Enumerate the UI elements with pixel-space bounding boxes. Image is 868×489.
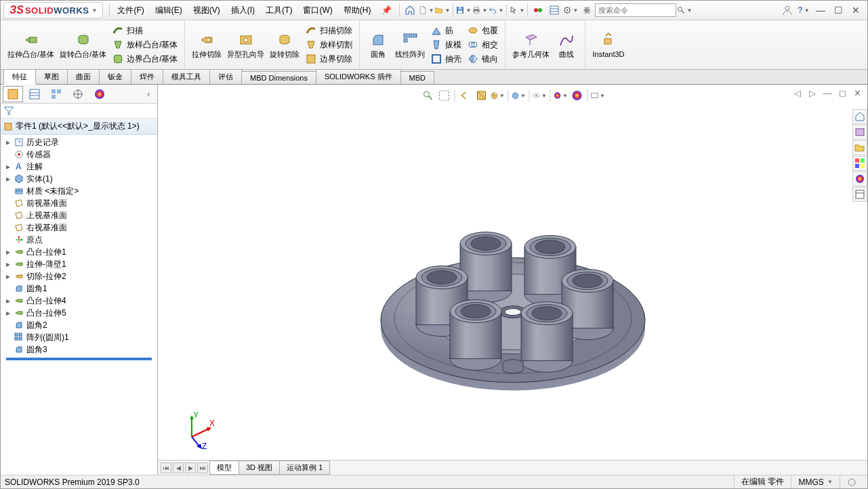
tp-appearances-button[interactable] bbox=[852, 171, 867, 186]
btab-next[interactable]: ▶ bbox=[185, 463, 196, 473]
tp-resources-button[interactable] bbox=[852, 109, 867, 124]
tp-view-palette-button[interactable] bbox=[852, 156, 867, 171]
tree-item[interactable]: 前视基准面 bbox=[1, 197, 157, 209]
menu-file[interactable]: 文件(F) bbox=[112, 3, 149, 18]
linear-pattern-button[interactable]: 线性阵列 bbox=[392, 22, 428, 68]
doc-close-button[interactable]: ✕ bbox=[851, 87, 863, 98]
menu-view[interactable]: 视图(V) bbox=[188, 3, 226, 18]
expand-icon[interactable]: ▸ bbox=[5, 247, 12, 257]
property-manager-tab[interactable] bbox=[24, 86, 45, 102]
rib-button[interactable]: 筋 bbox=[428, 24, 464, 38]
btab-motion-study[interactable]: 运动算例 1 bbox=[279, 461, 330, 475]
close-button[interactable]: ✕ bbox=[847, 5, 865, 16]
search-button[interactable]: ▼ bbox=[677, 3, 692, 18]
tree-item[interactable]: 材质 <未指定> bbox=[1, 185, 157, 197]
panel-expand-button[interactable]: › bbox=[142, 86, 155, 102]
extrude-boss-button[interactable]: 拉伸凸台/基体 bbox=[5, 22, 57, 68]
menu-help[interactable]: 帮助(H) bbox=[338, 3, 377, 18]
options-button[interactable]: ▼ bbox=[563, 3, 578, 18]
scene-button[interactable] bbox=[569, 88, 584, 103]
cut-extrude-button[interactable]: 拉伸切除 bbox=[189, 22, 224, 68]
tree-item[interactable]: 传感器 bbox=[1, 148, 157, 161]
tree-item[interactable]: ▸历史记录 bbox=[1, 136, 157, 148]
select-button[interactable]: ▼ bbox=[510, 3, 524, 18]
expand-icon[interactable]: ▸ bbox=[5, 162, 12, 171]
graphics-viewport[interactable]: ▼ ▼ ▼ ▼ ▼ ◁ ▷ — ◻ ✕ bbox=[158, 85, 867, 475]
hide-show-button[interactable]: ▼ bbox=[532, 88, 547, 103]
menu-window[interactable]: 窗口(W) bbox=[297, 3, 337, 18]
view-orientation-button[interactable]: ▼ bbox=[490, 88, 505, 103]
btab-model[interactable]: 模型 bbox=[209, 461, 239, 475]
menu-edit[interactable]: 编辑(E) bbox=[150, 3, 188, 18]
expand-icon[interactable]: ▸ bbox=[5, 137, 12, 147]
wrap-button[interactable]: 包覆 bbox=[464, 24, 501, 38]
chevron-down-icon[interactable]: ▼ bbox=[92, 7, 98, 14]
tab-mbd-dimensions[interactable]: MBD Dimensions bbox=[241, 71, 316, 84]
revolve-boss-button[interactable]: 旋转凸台/基体 bbox=[57, 22, 109, 68]
home-button[interactable] bbox=[402, 3, 417, 18]
dimxpert-tab[interactable] bbox=[68, 86, 88, 102]
view-settings-button[interactable]: ▼ bbox=[590, 88, 605, 103]
undo-button[interactable]: ▼ bbox=[489, 3, 503, 18]
tab-surface[interactable]: 曲面 bbox=[67, 69, 100, 84]
tree-item[interactable]: 圆角3 bbox=[1, 343, 157, 356]
tree-item[interactable]: ▸凸台-拉伸1 bbox=[1, 246, 157, 258]
btab-prev[interactable]: ◀ bbox=[173, 463, 184, 473]
expand-icon[interactable]: ▸ bbox=[5, 296, 12, 305]
status-custom-button[interactable] bbox=[840, 475, 863, 488]
expand-icon[interactable]: ▸ bbox=[5, 308, 12, 318]
intersect-button[interactable]: 相交 bbox=[464, 38, 501, 52]
draft-button[interactable]: 拔模 bbox=[428, 38, 464, 52]
expand-icon[interactable]: ▸ bbox=[5, 259, 12, 269]
cut-loft-button[interactable]: 放样切割 bbox=[302, 38, 355, 52]
appearance-button[interactable]: ▼ bbox=[553, 88, 568, 103]
tab-mold[interactable]: 模具工具 bbox=[163, 69, 210, 84]
feature-tree-tab[interactable] bbox=[3, 86, 23, 102]
cut-sweep-button[interactable]: 扫描切除 bbox=[302, 24, 355, 38]
view-triad[interactable]: Y X Z bbox=[178, 410, 219, 450]
tab-feature[interactable]: 特征 bbox=[3, 69, 36, 85]
zoom-fit-button[interactable] bbox=[420, 88, 435, 103]
properties-button[interactable] bbox=[547, 3, 562, 18]
btab-last[interactable]: ⏭ bbox=[197, 463, 208, 473]
btab-3dview[interactable]: 3D 视图 bbox=[239, 461, 280, 475]
maximize-button[interactable]: ☐ bbox=[829, 5, 847, 16]
tree-item[interactable]: ▸凸台-拉伸4 bbox=[1, 295, 157, 307]
open-button[interactable]: ▼ bbox=[435, 3, 450, 18]
cut-revolve-button[interactable]: 旋转切除 bbox=[267, 22, 302, 68]
sweep-button[interactable]: 扫描 bbox=[109, 24, 180, 38]
cut-boundary-button[interactable]: 边界切除 bbox=[302, 52, 355, 66]
search-input[interactable] bbox=[595, 3, 676, 17]
tree-item[interactable]: ▸拉伸-薄壁1 bbox=[1, 258, 157, 270]
doc-next-button[interactable]: ▷ bbox=[806, 87, 819, 98]
pin-button[interactable]: 📌 bbox=[376, 3, 397, 17]
tp-file-explorer-button[interactable] bbox=[852, 140, 867, 155]
rebuild-button[interactable] bbox=[531, 3, 545, 18]
btab-first[interactable]: ⏮ bbox=[161, 463, 171, 473]
tree-item[interactable]: 上视基准面 bbox=[1, 209, 157, 221]
tree-item[interactable]: 原点 bbox=[1, 234, 157, 246]
user-button[interactable] bbox=[780, 3, 795, 18]
tp-design-library-button[interactable] bbox=[852, 125, 867, 140]
tab-plugins[interactable]: SOLIDWORKS 插件 bbox=[316, 69, 401, 84]
tab-sketch[interactable]: 草图 bbox=[35, 69, 68, 84]
tree-item[interactable]: 阵列(圆周)1 bbox=[1, 331, 157, 343]
doc-prev-button[interactable]: ◁ bbox=[791, 87, 804, 98]
menu-insert[interactable]: 插入(I) bbox=[226, 3, 260, 18]
tab-mbd[interactable]: MBD bbox=[400, 71, 434, 84]
display-manager-tab[interactable] bbox=[89, 86, 110, 102]
print-button[interactable]: ▼ bbox=[472, 3, 487, 18]
new-button[interactable]: ▼ bbox=[419, 3, 434, 18]
tab-evaluate[interactable]: 评估 bbox=[209, 69, 242, 84]
boundary-button[interactable]: 边界凸台/基体 bbox=[109, 52, 180, 66]
tree-item[interactable]: ▸A注解 bbox=[1, 161, 157, 173]
status-units[interactable]: MMGS ▼ bbox=[791, 475, 840, 488]
tree-item[interactable]: ▸凸台-拉伸5 bbox=[1, 307, 157, 319]
shell-button[interactable]: 抽壳 bbox=[428, 52, 464, 66]
previous-view-button[interactable] bbox=[457, 88, 472, 103]
curves-button[interactable]: 曲线 bbox=[552, 22, 581, 68]
expand-icon[interactable]: ▸ bbox=[5, 174, 12, 184]
tp-custom-props-button[interactable] bbox=[852, 187, 867, 202]
tab-weldment[interactable]: 焊件 bbox=[131, 69, 163, 84]
help-button[interactable]: ?▼ bbox=[796, 3, 811, 18]
